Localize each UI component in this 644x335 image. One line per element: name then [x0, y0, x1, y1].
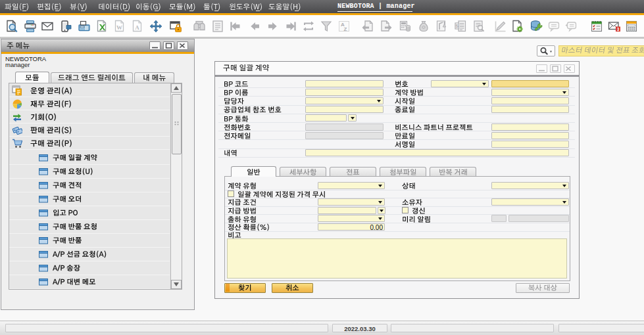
svg-text:Z: Z	[344, 26, 347, 32]
svg-text:A: A	[135, 24, 139, 31]
svg-text:W: W	[116, 24, 122, 31]
svg-text:$: $	[455, 23, 458, 29]
svg-text:3: 3	[617, 27, 620, 32]
